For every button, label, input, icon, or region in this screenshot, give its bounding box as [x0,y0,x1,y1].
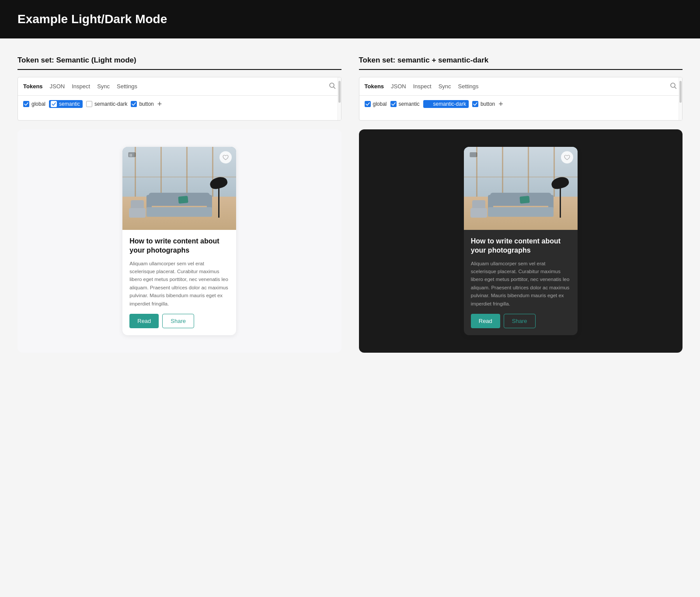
right-card-title: How to write content about your photogra… [471,237,571,255]
right-scrollbar-thumb [679,81,682,103]
right-preview-area: How to write content about your photogra… [359,129,683,353]
right-card-wifi-icon [468,151,479,158]
right-card-heart-icon[interactable] [561,151,573,163]
right-panel: Token set: semantic + semantic-dark Toke… [359,56,683,353]
left-card-text: Aliquam ullamcorper sem vel erat sceleri… [129,260,229,308]
left-card: ▨ How to write content about your photog… [122,147,236,335]
left-card-body: How to write content about your photogra… [122,230,236,335]
left-checkbox-button[interactable] [131,101,137,107]
right-cushion [519,196,529,204]
left-sofa [146,193,212,217]
right-sofa [488,193,554,217]
left-token-nav: Tokens JSON Inspect Sync Settings [18,77,341,96]
left-tab-inspect[interactable]: Inspect [72,81,90,91]
left-set-semantic-label: semantic [59,101,80,107]
right-checkbox-semantic[interactable] [390,101,397,107]
left-set-global[interactable]: global [23,101,45,107]
left-set-semantic[interactable]: semantic [49,100,83,108]
left-panel-divider [17,69,341,70]
right-card-text: Aliquam ullamcorper sem vel erat sceleri… [471,260,571,308]
left-checkbox-global[interactable] [23,101,29,107]
page-header: Example Light/Dark Mode [0,0,700,38]
right-set-global-label: global [373,101,387,107]
left-preview-area: ▨ How to write content about your photog… [17,129,341,353]
right-set-button[interactable]: button [472,101,495,107]
left-panel-title: Token set: Semantic (Light mode) [17,56,341,65]
right-set-semantic-dark[interactable]: semantic-dark [423,100,469,108]
right-set-semantic-label: semantic [399,101,420,107]
left-cushion [178,196,188,204]
right-panel-divider [359,69,683,70]
left-lamp-shade [209,175,229,191]
left-checkbox-semantic-dark[interactable] [86,101,92,107]
right-card-buttons: Read Share [471,314,571,328]
right-checkbox-button[interactable] [472,101,478,107]
left-add-set-button[interactable]: + [157,100,162,108]
right-share-button[interactable]: Share [504,314,536,328]
right-token-sets: global semantic semantic-dark [359,96,683,112]
svg-text:▨: ▨ [129,153,132,156]
right-set-global[interactable]: global [365,101,387,107]
right-chair [470,200,489,218]
left-sofa-seat [146,207,212,217]
left-room-scene [122,147,236,230]
left-read-button[interactable]: Read [129,314,159,328]
left-token-sets: global semantic semantic-dark [18,96,341,112]
right-tab-json[interactable]: JSON [391,81,406,91]
left-token-plugin: Tokens JSON Inspect Sync Settings [17,77,341,121]
right-tab-inspect[interactable]: Inspect [413,81,432,91]
right-scrollbar[interactable] [679,77,682,120]
left-scrollbar[interactable] [338,77,341,120]
left-tab-json[interactable]: JSON [50,81,65,91]
right-search-icon[interactable] [670,82,677,91]
left-tab-settings[interactable]: Settings [117,81,137,91]
left-search-icon[interactable] [329,82,336,91]
right-set-button-label: button [481,101,495,107]
right-lamp-shade [550,175,570,191]
right-add-set-button[interactable]: + [498,100,503,108]
right-tab-tokens[interactable]: Tokens [365,81,384,91]
left-card-wifi-icon: ▨ [127,151,137,158]
right-checkbox-global[interactable] [365,101,371,107]
left-set-semantic-dark[interactable]: semantic-dark [86,101,127,107]
left-set-global-label: global [31,101,45,107]
right-tab-settings[interactable]: Settings [458,81,479,91]
left-scrollbar-thumb [338,81,341,103]
left-lamp-base [218,187,219,218]
left-set-semantic-dark-label: semantic-dark [94,101,127,107]
right-set-semantic[interactable]: semantic [390,101,420,107]
left-card-image: ▨ [122,147,236,230]
right-card-image [464,147,578,230]
left-panel: Token set: Semantic (Light mode) Tokens … [17,56,341,353]
left-share-button[interactable]: Share [162,314,194,328]
right-set-semantic-dark-label: semantic-dark [433,101,466,107]
right-chair-seat [470,208,487,218]
page-title: Example Light/Dark Mode [17,12,683,26]
svg-rect-6 [470,152,477,157]
main-content: Token set: Semantic (Light mode) Tokens … [0,38,700,379]
left-tab-sync[interactable]: Sync [97,81,110,91]
svg-line-1 [334,87,335,89]
left-tab-tokens[interactable]: Tokens [23,81,43,91]
right-room-scene [464,147,578,230]
right-card: How to write content about your photogra… [464,147,578,335]
right-card-body: How to write content about your photogra… [464,230,578,335]
right-checkbox-semantic-dark[interactable] [425,101,431,107]
left-set-button-label: button [139,101,153,107]
right-token-nav: Tokens JSON Inspect Sync Settings [359,77,683,96]
right-tab-sync[interactable]: Sync [439,81,451,91]
right-lamp-base [560,187,561,218]
left-chair [129,200,147,218]
left-card-title: How to write content about your photogra… [129,237,229,255]
left-chair-seat [129,208,146,218]
right-panel-title: Token set: semantic + semantic-dark [359,56,683,65]
right-sofa-seat [488,207,554,217]
svg-line-5 [675,87,676,89]
right-read-button[interactable]: Read [471,314,500,328]
left-card-buttons: Read Share [129,314,229,328]
right-token-plugin: Tokens JSON Inspect Sync Settings [359,77,683,121]
left-checkbox-semantic[interactable] [51,101,57,107]
left-set-button[interactable]: button [131,101,153,107]
